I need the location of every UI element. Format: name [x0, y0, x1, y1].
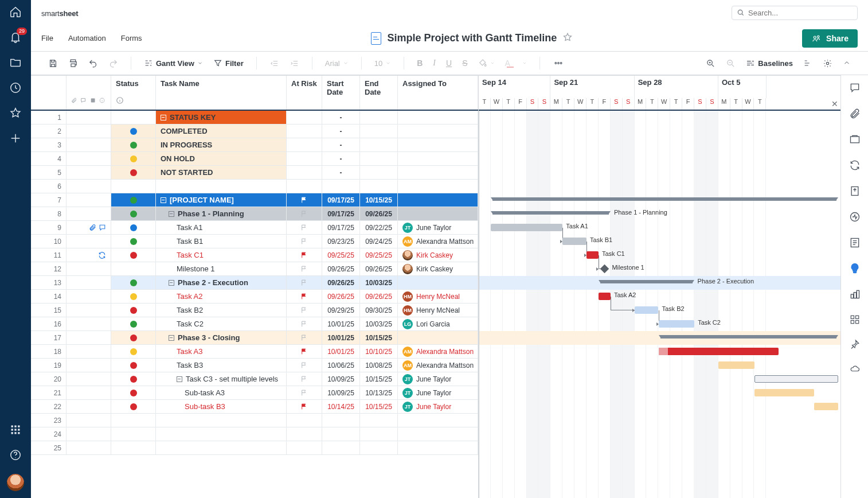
outdent-button[interactable]	[266, 57, 283, 70]
cell-end[interactable]: 10/03/25	[360, 317, 398, 330]
menu-file[interactable]: File	[41, 34, 53, 42]
share-button[interactable]: Share	[802, 29, 858, 48]
font-family-select[interactable]: Arial	[322, 57, 352, 70]
undo-button[interactable]	[85, 56, 101, 71]
cell-assigned[interactable]	[398, 441, 478, 454]
task-bar[interactable]	[754, 389, 815, 396]
cell-rownum[interactable]: 18	[31, 345, 67, 358]
week-header[interactable]: Oct 5	[718, 76, 767, 98]
table-row[interactable]: 14Task A209/26/2509/26/25HMHenry McNeal	[31, 290, 478, 304]
cell-atrisk[interactable]	[287, 262, 322, 275]
cell-rownum[interactable]: 14	[31, 290, 67, 303]
cell-atrisk[interactable]	[287, 427, 322, 441]
table-row[interactable]: 6	[31, 180, 478, 193]
cell-status[interactable]	[111, 124, 156, 138]
cloud-icon[interactable]	[849, 364, 861, 376]
cell-indicators[interactable]	[67, 138, 111, 151]
pin-icon[interactable]	[850, 339, 860, 351]
cell-status[interactable]	[111, 414, 156, 427]
col-header-start[interactable]: Start Date	[322, 76, 360, 110]
work-insights-icon[interactable]	[849, 263, 861, 276]
cell-end[interactable]: 10/15/25	[360, 372, 398, 386]
task-bar[interactable]	[814, 403, 838, 410]
summary-bar[interactable]	[600, 280, 693, 283]
cell-atrisk[interactable]	[287, 400, 322, 413]
cell-end[interactable]: 09/25/25	[360, 248, 398, 262]
expand-button[interactable]	[839, 57, 854, 69]
cell-taskname[interactable]: −STATUS KEY	[156, 111, 287, 124]
cell-taskname[interactable]: −Phase 2 - Execution	[156, 276, 287, 289]
gantt-body[interactable]: Phase 1 - PlanningTask A1Task B1Task C1M…	[479, 111, 840, 498]
cell-start[interactable]: 09/26/25	[322, 290, 360, 303]
cell-start[interactable]: 10/09/25	[322, 386, 360, 399]
cell-start[interactable]	[322, 441, 360, 454]
cell-status[interactable]	[111, 235, 156, 248]
cell-indicators[interactable]	[67, 262, 111, 275]
cell-status[interactable]	[111, 276, 156, 289]
update-requests-icon[interactable]	[849, 159, 861, 173]
cell-status[interactable]	[111, 331, 156, 344]
cell-start[interactable]: 09/23/25	[322, 235, 360, 248]
settings-button[interactable]	[819, 56, 836, 71]
cell-atrisk[interactable]	[287, 386, 322, 399]
save-button[interactable]	[45, 56, 61, 71]
zoom-in-button[interactable]	[702, 56, 719, 71]
sheet-title[interactable]: Simple Project with Gantt Timeline	[387, 32, 557, 44]
table-row[interactable]: 25	[31, 441, 478, 455]
cell-end[interactable]: 09/26/25	[360, 207, 398, 220]
cell-rownum[interactable]: 12	[31, 262, 67, 275]
cell-end[interactable]	[360, 441, 398, 454]
cell-atrisk[interactable]	[287, 414, 322, 427]
cell-taskname[interactable]: Task C2	[156, 317, 287, 330]
cell-atrisk[interactable]	[287, 372, 322, 386]
cell-assigned[interactable]: AMAlexandra Mattson	[398, 345, 478, 358]
filter-button[interactable]: Filter	[210, 56, 247, 70]
table-row[interactable]: 11Task C109/25/2509/25/25Kirk Caskey	[31, 248, 478, 262]
cell-status[interactable]	[111, 207, 156, 220]
cell-assigned[interactable]	[398, 124, 478, 138]
cell-assigned[interactable]	[398, 152, 478, 165]
cell-end[interactable]: 09/26/25	[360, 262, 398, 275]
cell-indicators[interactable]	[67, 221, 111, 234]
publish-icon[interactable]	[849, 185, 861, 199]
cell-status[interactable]	[111, 290, 156, 303]
task-bar[interactable]	[754, 375, 838, 383]
font-size-select[interactable]: 10	[371, 57, 394, 70]
cell-assigned[interactable]: JTJune Taylor	[398, 400, 478, 413]
cell-end[interactable]: 10/15/25	[360, 193, 398, 207]
cell-rownum[interactable]: 3	[31, 138, 67, 151]
cell-status[interactable]	[111, 304, 156, 317]
cell-taskname[interactable]: −[PROJECT NAME]	[156, 193, 287, 207]
cell-end[interactable]	[360, 152, 398, 165]
fill-color-button[interactable]	[475, 56, 498, 70]
cell-assigned[interactable]	[398, 427, 478, 441]
cell-start[interactable]: 10/06/25	[322, 359, 360, 372]
cell-taskname[interactable]	[156, 180, 287, 193]
table-row[interactable]: 7−[PROJECT NAME]09/17/2510/15/25	[31, 193, 478, 207]
cell-end[interactable]	[360, 138, 398, 151]
table-row[interactable]: 18Task A310/01/2510/10/25AMAlexandra Mat…	[31, 345, 478, 359]
cell-taskname[interactable]: Task B1	[156, 235, 287, 248]
zoom-out-button[interactable]	[722, 56, 739, 71]
cell-end[interactable]: 09/22/25	[360, 221, 398, 234]
table-row[interactable]: 23	[31, 414, 478, 427]
cell-assigned[interactable]	[398, 138, 478, 151]
folder-icon[interactable]	[9, 56, 22, 69]
cell-end[interactable]: 09/26/25	[360, 290, 398, 303]
cell-atrisk[interactable]	[287, 290, 322, 303]
cell-rownum[interactable]: 17	[31, 331, 67, 344]
baselines-button[interactable]: Baselines	[742, 56, 796, 70]
cell-rownum[interactable]: 15	[31, 304, 67, 317]
cell-end[interactable]: 10/15/25	[360, 331, 398, 344]
cell-taskname[interactable]: Task A3	[156, 345, 287, 358]
cell-atrisk[interactable]	[287, 441, 322, 454]
col-header-taskname[interactable]: Task Name	[156, 76, 287, 110]
cell-rownum[interactable]: 10	[31, 235, 67, 248]
cell-rownum[interactable]: 11	[31, 248, 67, 262]
col-header-indicators[interactable]	[67, 76, 111, 110]
collapse-toggle[interactable]: −	[177, 376, 182, 382]
table-row[interactable]: 17−Phase 3 - Closing10/01/2510/15/25	[31, 331, 478, 345]
cell-atrisk[interactable]	[287, 180, 322, 193]
cell-atrisk[interactable]	[287, 276, 322, 289]
search-input[interactable]	[748, 9, 853, 17]
